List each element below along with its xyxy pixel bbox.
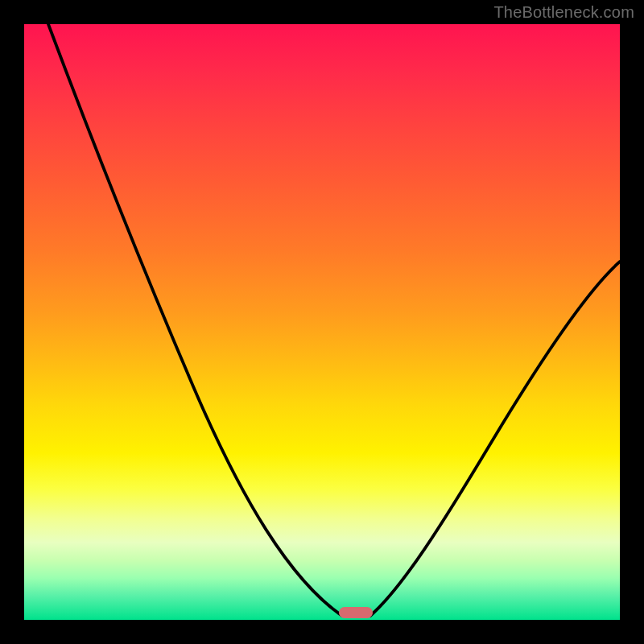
chart-frame: TheBottleneck.com [0,0,644,644]
bottleneck-curve [24,24,620,620]
watermark-text: TheBottleneck.com [493,3,634,22]
optimum-marker [339,607,373,618]
curve-path [48,24,620,616]
plot-area [24,24,620,620]
